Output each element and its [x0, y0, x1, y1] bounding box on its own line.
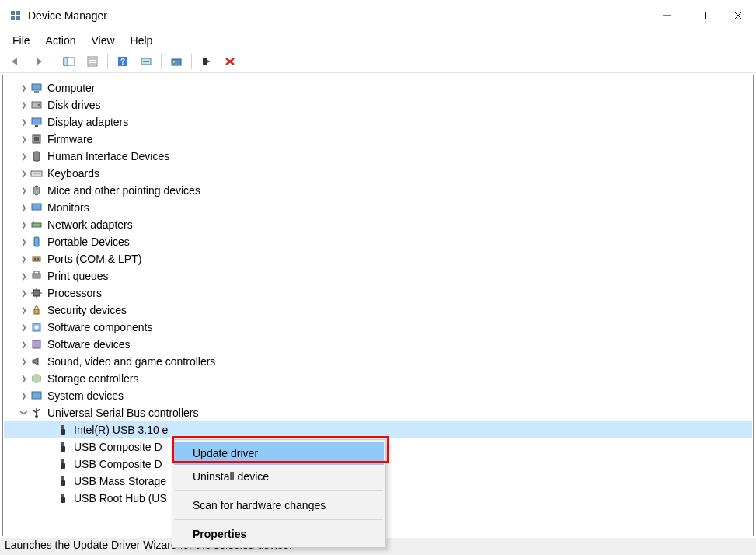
expander-icon[interactable]: ❯	[18, 221, 30, 229]
category-label: System devices	[47, 389, 124, 402]
usb-device-icon	[57, 424, 69, 436]
menu-help[interactable]: Help	[123, 33, 161, 48]
device-category[interactable]: ❯Portable Devices	[4, 233, 752, 250]
device-category[interactable]: ❯Firmware	[4, 131, 752, 148]
svg-point-18	[173, 61, 175, 63]
expander-icon[interactable]: ❯	[18, 101, 30, 109]
device-category[interactable]: ❯Computer	[4, 79, 752, 96]
disk-icon	[30, 99, 43, 111]
ctx-uninstall-device[interactable]: Uninstall device	[174, 465, 384, 488]
device-category[interactable]: ❯Human Interface Devices	[4, 148, 752, 165]
expander-icon[interactable]: ❯	[20, 407, 28, 419]
enable-device-button[interactable]	[196, 52, 218, 71]
device-category[interactable]: ❯Monitors	[4, 199, 752, 216]
uninstall-device-button[interactable]	[219, 52, 241, 71]
expander-icon[interactable]: ❯	[18, 358, 30, 365]
expander-icon[interactable]: ❯	[18, 375, 30, 382]
device-category[interactable]: ❯Processors	[4, 284, 752, 302]
svg-rect-36	[32, 223, 41, 227]
svg-point-41	[37, 258, 39, 260]
device-category[interactable]: ❯Print queues	[4, 267, 752, 284]
svg-rect-68	[61, 480, 65, 486]
category-label: Portable Devices	[47, 236, 130, 248]
device-category-usb[interactable]: ❯Universal Serial Bus controllers	[4, 404, 752, 421]
minimize-button[interactable]	[649, 0, 685, 31]
svg-rect-29	[34, 137, 39, 141]
svg-rect-19	[203, 58, 207, 65]
device-category[interactable]: ❯Display adapters	[4, 113, 752, 131]
svg-point-25	[38, 104, 40, 106]
expander-icon[interactable]: ❯	[18, 118, 30, 126]
device-label: Intel(R) USB 3.10 e	[74, 424, 168, 436]
expander-icon[interactable]: ❯	[18, 238, 30, 246]
expander-icon[interactable]: ❯	[18, 306, 30, 314]
menu-action[interactable]: Action	[38, 33, 84, 48]
device-item[interactable]: Intel(R) USB 3.10 e	[4, 421, 752, 438]
usb-device-icon	[57, 441, 69, 453]
expander-icon[interactable]: ❯	[18, 204, 30, 211]
display-icon	[30, 116, 43, 128]
svg-rect-2	[11, 16, 15, 20]
svg-rect-54	[32, 392, 41, 399]
forward-button[interactable]	[28, 52, 50, 71]
device-category[interactable]: ❯Ports (COM & LPT)	[4, 250, 752, 267]
ctx-properties[interactable]: Properties	[174, 522, 384, 546]
device-category[interactable]: ❯Storage controllers	[4, 370, 752, 387]
expander-icon[interactable]: ❯	[18, 289, 30, 297]
device-category[interactable]: ❯Keyboards	[4, 165, 752, 182]
system-icon	[30, 389, 43, 402]
expander-icon[interactable]: ❯	[18, 323, 30, 331]
ctx-separator	[175, 490, 383, 491]
expander-icon[interactable]: ❯	[18, 272, 30, 280]
expander-icon[interactable]: ❯	[18, 340, 30, 348]
device-category[interactable]: ❯Disk drives	[4, 96, 752, 113]
category-label: Mice and other pointing devices	[47, 184, 200, 197]
category-label: Storage controllers	[47, 372, 139, 385]
category-label: Computer	[47, 82, 95, 94]
back-button[interactable]	[5, 52, 26, 71]
device-label: USB Mass Storage	[74, 475, 166, 487]
category-label: Human Interface Devices	[47, 150, 169, 162]
properties-button[interactable]	[82, 52, 103, 71]
help-button[interactable]: ?	[112, 52, 134, 71]
svg-point-40	[34, 258, 36, 260]
menu-file[interactable]: File	[5, 33, 38, 48]
menu-view[interactable]: View	[83, 33, 122, 48]
expander-icon[interactable]: ❯	[18, 187, 30, 194]
expander-icon[interactable]: ❯	[18, 255, 30, 263]
expander-icon[interactable]: ❯	[18, 169, 30, 177]
svg-rect-49	[34, 309, 39, 314]
update-driver-button[interactable]	[165, 52, 187, 71]
close-button[interactable]	[720, 0, 756, 31]
scan-hardware-button[interactable]	[135, 52, 157, 71]
category-label: Processors	[47, 287, 102, 299]
category-label: Keyboards	[47, 167, 99, 180]
device-category[interactable]: ❯Software devices	[4, 336, 752, 353]
device-category[interactable]: ❯Network adapters	[4, 216, 752, 233]
device-category[interactable]: ❯Sound, video and game controllers	[4, 353, 752, 370]
device-category[interactable]: ❯Software components	[4, 319, 752, 336]
usb-device-icon	[57, 492, 69, 504]
expander-icon[interactable]: ❯	[18, 392, 30, 400]
svg-rect-62	[61, 429, 65, 435]
ctx-scan-hardware[interactable]: Scan for hardware changes	[174, 494, 384, 517]
expander-icon[interactable]: ❯	[18, 152, 30, 160]
svg-rect-17	[172, 59, 181, 65]
expander-icon[interactable]: ❯	[18, 84, 30, 92]
device-label: USB Composite D	[74, 458, 162, 470]
computer-icon	[30, 82, 43, 94]
maximize-button[interactable]	[685, 0, 720, 31]
device-category[interactable]: ❯Security devices	[4, 302, 752, 319]
category-label: Ports (COM & LPT)	[47, 253, 141, 265]
svg-rect-38	[34, 237, 39, 246]
ctx-update-driver[interactable]: Update driver	[174, 442, 384, 465]
device-category[interactable]: ❯Mice and other pointing devices	[4, 182, 752, 199]
hid-icon	[30, 150, 43, 162]
keyboard-icon	[30, 167, 43, 180]
svg-rect-64	[61, 446, 65, 452]
expander-icon[interactable]: ❯	[18, 135, 30, 143]
device-category[interactable]: ❯System devices	[4, 387, 752, 404]
software-icon	[30, 321, 43, 333]
show-hide-tree-button[interactable]	[58, 52, 80, 71]
ctx-separator	[175, 519, 383, 520]
